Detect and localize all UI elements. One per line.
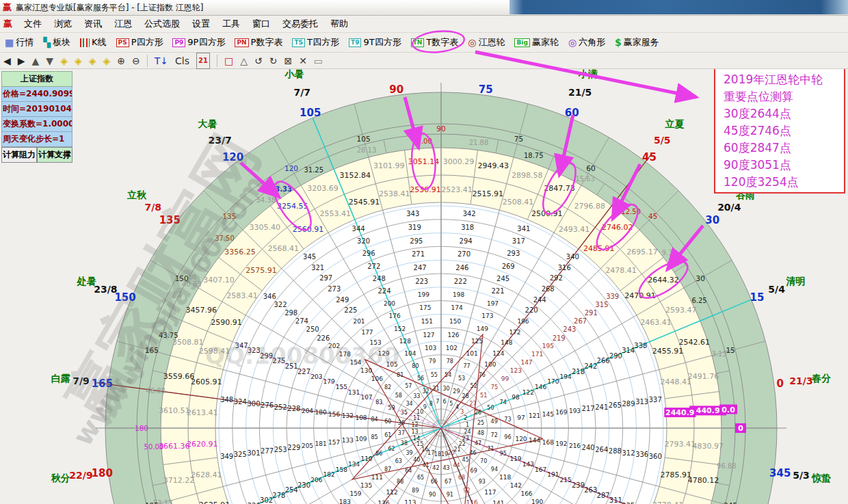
toolbar-sectors-button[interactable]: ▚板块 [41, 36, 72, 49]
svg-text:52: 52 [471, 383, 477, 389]
time-axis-icon[interactable]: T↓ [155, 54, 168, 68]
rotate-down-icon[interactable]: ▼ [46, 54, 53, 68]
cross-tool-icon[interactable]: ✕ [299, 54, 307, 68]
menu-工具[interactable]: 工具 [216, 17, 246, 30]
svg-text:144: 144 [529, 437, 540, 444]
menu-江恩[interactable]: 江恩 [108, 17, 138, 30]
svg-text:113: 113 [404, 499, 416, 504]
svg-text:96: 96 [504, 434, 511, 440]
toolbar-9p-square-button[interactable]: P99P四方形 [170, 36, 227, 49]
svg-text:288: 288 [609, 447, 622, 455]
app-logo-icon: 赢 [3, 1, 12, 14]
svg-text:314: 314 [622, 347, 635, 354]
toolbar-p-table-button[interactable]: PNP数字表 [233, 36, 284, 49]
svg-text:142: 142 [510, 482, 522, 489]
svg-text:152: 152 [394, 326, 406, 332]
menu-设置[interactable]: 设置 [186, 17, 216, 30]
separator [217, 55, 217, 67]
sectors-label: 板块 [53, 36, 70, 49]
toolbar-quotes-button[interactable]: ▦行情 [3, 36, 36, 49]
svg-text:217: 217 [582, 405, 595, 412]
toolbar-winner-service-button[interactable]: $赢家服务 [613, 36, 661, 49]
toolbar-gann-wheel-button[interactable]: ◎江恩轮 [466, 36, 507, 49]
svg-text:117: 117 [484, 489, 496, 496]
annotation-line: 90度3051点 [724, 157, 844, 174]
svg-text:296: 296 [362, 250, 375, 257]
toolbar-9t-square-button[interactable]: T99T四方形 [347, 36, 403, 49]
annotation-box: 2019年江恩轮中轮重要点位测算30度2644点45度2746点60度2847点… [714, 66, 845, 194]
svg-text:30: 30 [705, 214, 719, 226]
zoom-in-icon[interactable]: ⊕ [117, 54, 125, 68]
svg-text:141: 141 [492, 500, 504, 504]
svg-text:54: 54 [445, 372, 451, 378]
svg-text:9: 9 [423, 404, 427, 410]
rotate-up-icon[interactable]: ▲ [32, 54, 40, 68]
calc-resistance-button[interactable]: 计算阻力 [1, 147, 37, 163]
screen-tool-icon[interactable]: ▭ [314, 54, 323, 68]
step-right-icon[interactable]: ◈ [75, 54, 82, 68]
xbox-tool-icon[interactable]: ⊠ [284, 54, 292, 68]
svg-text:264: 264 [595, 446, 608, 453]
menu-文件[interactable]: 文件 [18, 17, 48, 30]
menu-窗口[interactable]: 窗口 [246, 17, 276, 30]
calendar-icon[interactable]: 21 [196, 53, 210, 69]
svg-text:28: 28 [462, 393, 469, 399]
svg-text:80: 80 [412, 363, 419, 369]
svg-text:4780.12: 4780.12 [688, 476, 719, 485]
svg-text:292: 292 [550, 274, 563, 282]
toolbar-t-square-button[interactable]: TST四方形 [290, 36, 341, 49]
pan-left-icon[interactable]: ◀ [3, 54, 11, 68]
toolbar-p-square-button[interactable]: PSP四方形 [114, 36, 165, 49]
svg-text:2478.41: 2478.41 [605, 266, 637, 275]
toolbar-winner-wheel-button[interactable]: Big赢家轮 [512, 36, 560, 49]
rotate-cw-icon[interactable]: ↻ [269, 54, 278, 68]
svg-text:198: 198 [453, 291, 464, 298]
p-square-label: P四方形 [131, 36, 163, 49]
p-table-icon: PN [235, 38, 248, 47]
cls-icon[interactable]: Cls [175, 54, 189, 68]
rect-tool-icon[interactable]: □ [224, 54, 233, 68]
svg-text:75: 75 [479, 83, 493, 96]
svg-text:325: 325 [234, 451, 247, 458]
svg-text:143: 143 [522, 461, 534, 468]
svg-text:56: 56 [417, 375, 424, 382]
toolbar-kline-button[interactable]: K线 [78, 36, 109, 49]
annotation-line: 60度2847点 [724, 140, 844, 157]
menu-公式选股[interactable]: 公式选股 [138, 17, 186, 30]
svg-text:8: 8 [429, 401, 433, 407]
svg-text:59: 59 [388, 405, 395, 411]
rotate-ccw-icon[interactable]: ↺ [254, 54, 263, 68]
svg-text:319: 319 [408, 224, 421, 231]
calc-support-button[interactable]: 计算支撑 [37, 147, 72, 163]
svg-text:116: 116 [466, 499, 478, 504]
svg-text:3305.40: 3305.40 [249, 223, 280, 232]
svg-text:155: 155 [336, 384, 347, 390]
triangle-tool-icon[interactable]: △ [240, 54, 248, 68]
menu-资讯[interactable]: 资讯 [78, 17, 108, 30]
svg-text:60: 60 [586, 164, 595, 172]
svg-text:46: 46 [469, 450, 476, 456]
svg-text:35: 35 [401, 410, 408, 416]
step-left-icon[interactable]: ◈ [60, 54, 68, 68]
svg-text:2590.91: 2590.91 [211, 318, 242, 327]
svg-text:2778.41: 2778.41 [652, 501, 684, 504]
main-toolbar: ▦行情▚板块K线PSP四方形P99P四方形PNP数字表TST四方形T99T四方形… [0, 33, 848, 53]
step-down-icon[interactable]: ◈ [103, 54, 110, 68]
svg-text:336: 336 [635, 451, 648, 458]
svg-text:295: 295 [410, 237, 423, 245]
menu-浏览[interactable]: 浏览 [48, 17, 78, 30]
svg-text:50: 50 [487, 405, 494, 411]
toolbar-hexagon-button[interactable]: ◎六角形 [566, 36, 607, 49]
svg-text:21.88: 21.88 [469, 139, 489, 146]
svg-text:173: 173 [481, 313, 493, 319]
svg-text:322: 322 [274, 301, 287, 308]
menu-帮助[interactable]: 帮助 [324, 17, 354, 30]
toolbar-t-table-button[interactable]: TNT数字表 [409, 36, 461, 49]
svg-text:228: 228 [287, 405, 300, 412]
svg-text:2455.91: 2455.91 [652, 347, 684, 356]
pan-right-icon[interactable]: ▶ [18, 54, 25, 68]
svg-text:203: 203 [310, 373, 322, 380]
step-up-icon[interactable]: ◈ [89, 54, 96, 68]
zoom-out-icon[interactable]: ⊖ [132, 54, 140, 68]
menu-交易委托[interactable]: 交易委托 [276, 17, 324, 30]
